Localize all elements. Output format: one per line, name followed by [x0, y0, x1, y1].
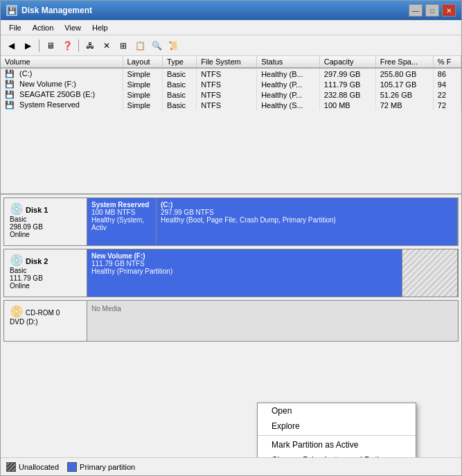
col-filesystem[interactable]: File System	[197, 56, 257, 68]
disk1-partitions: System Reserved 100 MB NTFS Healthy (Sys…	[87, 198, 458, 245]
menu-action[interactable]: Action	[27, 22, 60, 33]
col-capacity[interactable]: Capacity	[319, 56, 375, 68]
vol-fs: NTFS	[197, 79, 257, 89]
vol-name: 💾 (C:)	[1, 68, 123, 79]
app-icon: 💾	[6, 5, 17, 16]
col-pct[interactable]: % F	[433, 56, 461, 68]
toolbar-separator-1	[39, 39, 39, 52]
col-free[interactable]: Free Spa...	[375, 56, 433, 68]
vol-fs: NTFS	[197, 68, 257, 79]
cdrom-type: DVD (D:)	[10, 318, 81, 326]
vol-name: 💾 SEAGATE 250GB (E:)	[1, 89, 123, 100]
disk1-size: 298.09 GB	[10, 223, 81, 231]
vol-name: 💾 New Volume (F:)	[1, 79, 123, 89]
back-button[interactable]: ◀	[3, 38, 19, 53]
close-button[interactable]: ✕	[442, 4, 456, 17]
ctx-explore[interactable]: Explore	[258, 418, 416, 434]
disk2-partitions: New Volume (F:) 111.79 GB NTFS Healthy (…	[87, 249, 458, 297]
help-button[interactable]: ❓	[60, 38, 75, 53]
legend-primary-label: Primary partition	[80, 463, 135, 471]
title-bar: 💾 Disk Management — □ ✕	[1, 1, 461, 20]
vol-status: Healthy (P...	[257, 89, 320, 100]
minimize-button[interactable]: —	[409, 4, 423, 17]
table-row[interactable]: 💾 SEAGATE 250GB (E:) Simple Basic NTFS H…	[1, 89, 461, 100]
vol-layout: Simple	[123, 68, 162, 79]
ctx-mark-active[interactable]: Mark Partition as Active	[258, 437, 416, 452]
forward-button[interactable]: ▶	[20, 38, 35, 53]
menu-view[interactable]: View	[59, 22, 87, 33]
menu-help[interactable]: Help	[87, 22, 114, 33]
ctx-open[interactable]: Open	[258, 403, 416, 418]
disk2-size: 111.79 GB	[10, 274, 81, 282]
vol-status: Healthy (B...	[257, 68, 320, 79]
legend-primary: Primary partition	[67, 462, 135, 472]
export-button[interactable]: 📋	[132, 38, 148, 53]
toolbar: ◀ ▶ 🖥 ❓ 🖧 ✕ ⊞ 📋 🔍 📜	[1, 35, 461, 56]
cdrom-media: No Media	[91, 305, 454, 312]
vol-status: Healthy (P...	[257, 79, 320, 89]
main-content: Volume Layout Type File System Status Ca…	[1, 56, 461, 475]
menu-file[interactable]: File	[3, 22, 27, 33]
maximize-button[interactable]: □	[425, 4, 439, 17]
disk1-type: Basic	[10, 215, 81, 223]
vol-capacity: 232.88 GB	[319, 89, 375, 100]
ctx-sep-1	[258, 435, 416, 436]
menu-bar: File Action View Help	[1, 20, 461, 35]
vol-type: Basic	[163, 68, 197, 79]
vol-pct: 22	[433, 89, 461, 100]
col-status[interactable]: Status	[257, 56, 320, 68]
vol-capacity: 111.79 GB	[319, 79, 375, 89]
disk2-row: 💿 Disk 2 Basic 111.79 GB Online New Volu…	[3, 249, 459, 297]
disk2-partition-f[interactable]: New Volume (F:) 111.79 GB NTFS Healthy (…	[87, 249, 402, 297]
col-type[interactable]: Type	[163, 56, 197, 68]
volume-table: Volume Layout Type File System Status Ca…	[1, 56, 461, 110]
disk1-info: 💿 Disk 1 Basic 298.09 GB Online	[4, 198, 87, 245]
connect-button[interactable]: 🖧	[82, 38, 98, 53]
cdrom-body: No Media	[87, 301, 458, 341]
disk2-status: Online	[10, 282, 81, 290]
disk1-partition-c[interactable]: (C:) 297.99 GB NTFS Healthy (Boot, Page …	[157, 198, 458, 245]
disk2-name: 💿 Disk 2	[10, 254, 81, 267]
cdrom-info: 📀 CD-ROM 0 DVD (D:)	[4, 301, 87, 341]
vol-pct: 72	[433, 100, 461, 110]
table-row[interactable]: 💾 System Reserved Simple Basic NTFS Heal…	[1, 100, 461, 110]
main-window: 💾 Disk Management — □ ✕ File Action View…	[0, 0, 462, 476]
cdrom-name: 📀 CD-ROM 0	[10, 305, 81, 318]
volume-table-area: Volume Layout Type File System Status Ca…	[1, 56, 461, 195]
disk1-status: Online	[10, 231, 81, 238]
vol-type: Basic	[163, 100, 197, 110]
disk-map-area: 💿 Disk 1 Basic 298.09 GB Online System R…	[1, 195, 461, 457]
disk1-row: 💿 Disk 1 Basic 298.09 GB Online System R…	[3, 197, 459, 246]
legend-unallocated-icon	[6, 462, 16, 472]
disk2-unallocated[interactable]	[402, 249, 458, 297]
legend-unallocated: Unallocated	[6, 462, 59, 472]
vol-type: Basic	[163, 89, 197, 100]
script-button[interactable]: 📜	[166, 38, 181, 53]
legend-unallocated-label: Unallocated	[19, 463, 59, 471]
toolbar-separator-2	[78, 39, 79, 52]
vol-free: 105.17 GB	[375, 79, 433, 89]
vol-free: 72 MB	[375, 100, 433, 110]
disk2-info: 💿 Disk 2 Basic 111.79 GB Online	[4, 249, 87, 297]
window-title: Disk Management	[21, 6, 92, 15]
disk1-partition-sysreserved[interactable]: System Reserved 100 MB NTFS Healthy (Sys…	[87, 198, 157, 245]
vol-fs: NTFS	[197, 100, 257, 110]
vol-status: Healthy (S...	[257, 100, 320, 110]
vol-type: Basic	[163, 79, 197, 89]
col-layout[interactable]: Layout	[123, 56, 162, 68]
properties-button[interactable]: ⊞	[116, 38, 131, 53]
legend: Unallocated Primary partition	[1, 457, 461, 475]
vol-name: 💾 System Reserved	[1, 100, 123, 110]
delete-button[interactable]: ✕	[99, 38, 114, 53]
find-button[interactable]: 🔍	[149, 38, 164, 53]
vol-layout: Simple	[123, 89, 162, 100]
vol-fs: NTFS	[197, 89, 257, 100]
ctx-change-drive-letter[interactable]: Change Drive Letter and Paths...	[258, 452, 416, 457]
col-volume[interactable]: Volume	[1, 56, 123, 68]
legend-primary-icon	[67, 462, 77, 472]
console-button[interactable]: 🖥	[43, 38, 58, 53]
vol-pct: 86	[433, 68, 461, 79]
table-row[interactable]: 💾 (C:) Simple Basic NTFS Healthy (B... 2…	[1, 68, 461, 79]
context-menu: Open Explore Mark Partition as Active Ch…	[257, 403, 416, 457]
table-row[interactable]: 💾 New Volume (F:) Simple Basic NTFS Heal…	[1, 79, 461, 89]
